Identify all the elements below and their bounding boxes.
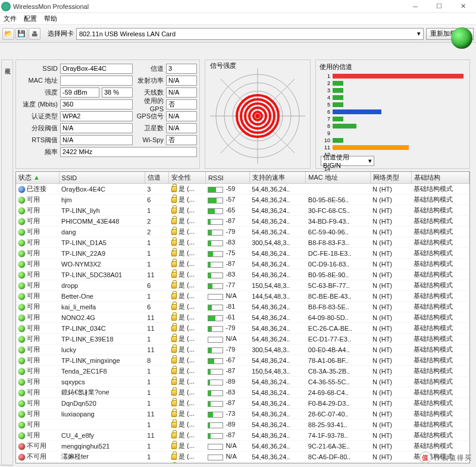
open-button[interactable]: 📂: [2, 28, 14, 40]
close-button[interactable]: ✕: [451, 0, 475, 13]
radar-icon: [210, 68, 305, 164]
table-row[interactable]: 可用 TP-LINK_liyh 1 是 (... -65 54,48,36,24…: [16, 205, 469, 216]
tab-summary[interactable]: 概要: [2, 60, 12, 465]
col-ssid[interactable]: SSID: [59, 172, 145, 184]
table-row[interactable]: 可用 Better-One 1 是 (... N/A 144,54,48,3..…: [16, 291, 469, 302]
bar-fill: [333, 95, 343, 100]
label-channel: 信道: [135, 64, 164, 73]
table-row[interactable]: 可用 CU_4_e8fy 11 是 (... -87 54,48,36,24..…: [16, 430, 469, 441]
val-auth: WPA2: [60, 111, 133, 121]
lock-icon: [171, 325, 177, 331]
label-gpssig: GPS信号: [135, 112, 164, 121]
status-icon: [18, 250, 25, 257]
signal-icon: [208, 230, 223, 236]
lock-icon: [171, 293, 177, 299]
table-row[interactable]: 不可用 灇嫲柽ter 1 是 (... N/A 54,48,36,24.. 8C…: [16, 452, 469, 462]
minimize-button[interactable]: ─: [403, 0, 427, 13]
status-icon: [18, 261, 25, 268]
label-mac: MAC 地址: [18, 76, 58, 85]
status-icon: [18, 240, 25, 246]
val-strength: -59 dBm: [60, 87, 99, 98]
table-row[interactable]: 可用 TP-LINK_mingxinge 8 是 (... -67 54,48,…: [16, 355, 469, 366]
table-row[interactable]: 可用 hjm 6 是 (... -57 54,48,36,24.. B0-95-…: [16, 195, 469, 205]
print-button[interactable]: 🖶: [29, 28, 40, 40]
status-icon: [18, 336, 25, 343]
channel-bar: 7: [320, 115, 466, 123]
table-row[interactable]: 可用 TP-LINK_D1A5 1 是 (... -83 300,54,48,3…: [16, 237, 469, 248]
label-frag: 分段阈值: [18, 124, 58, 133]
tab-stats[interactable]: 统计: [0, 60, 2, 465]
lock-icon: [171, 454, 177, 460]
table-row[interactable]: 可用 liuxiaopang 11 是 (... -73 54,48,36,24…: [16, 409, 469, 419]
status-icon: [18, 454, 25, 460]
lock-icon: [171, 197, 177, 203]
table-row[interactable]: 可用 dropp 6 是 (... -77 150,54,48,3.. 5C-6…: [16, 280, 469, 291]
col-rates[interactable]: 支持的速率: [249, 172, 306, 184]
channel-mode-select[interactable]: 信道使用 B/G/N ▾: [321, 156, 374, 166]
table-row[interactable]: 可用 lucky 11 是 (... -79 300,54,48,3.. 00-…: [16, 344, 469, 355]
table-row[interactable]: 可用 DqnDqn520 1 是 (... -87 54,48,36,24.. …: [16, 398, 469, 409]
network-table[interactable]: 状态 ▲ SSID 信道 安全性 RSSI 支持的速率 MAC 地址 网络类型 …: [15, 171, 470, 463]
val-ssid: OrayBox-4E4C: [60, 64, 133, 74]
chevron-down-icon: ▾: [417, 30, 421, 37]
col-channel[interactable]: 信道: [145, 172, 169, 184]
col-security[interactable]: 安全性: [169, 172, 205, 184]
signal-icon: [208, 380, 223, 385]
nic-select[interactable]: 802.11n USB Wireless LAN Card ▾: [76, 28, 424, 40]
channel-number: 2: [320, 80, 330, 86]
table-row[interactable]: 可用 dang 2 是 (... -79 54,48,36,24.. 6C-59…: [16, 227, 469, 237]
titlebar: WirelessMon Professional ─ ☐ ✕: [0, 0, 476, 13]
table-row[interactable]: 可用 kai_li_meifa 6 是 (... -81 54,48,36,24…: [16, 302, 469, 312]
col-status[interactable]: 状态 ▲: [16, 172, 59, 184]
window-title: WirelessMon Professional: [13, 3, 403, 10]
val-speed: 360: [60, 99, 133, 109]
status-icon: [18, 315, 25, 321]
table-row[interactable]: 可用 NONO2.4G 11 是 (... -61 54,48,36,24.. …: [16, 312, 469, 323]
signal-icon: [208, 272, 223, 278]
menu-config[interactable]: 配置: [24, 14, 37, 23]
val-frag: N/A: [60, 123, 133, 133]
col-nettype[interactable]: 网络类型: [370, 172, 411, 184]
table-row[interactable]: 可用 WO-NYM3X2 1 是 (... -87 54,48,36,24.. …: [16, 259, 469, 269]
table-row[interactable]: 可用 鏡鋳€氬∦業?one 1 是 (... -83 54,48,36,24..…: [16, 387, 469, 398]
lock-icon: [171, 208, 177, 214]
table-row[interactable]: 可用 Tenda_2EC1F8 1 是 (... -87 150,54,48,3…: [16, 366, 469, 377]
channel-chart: 使用的信道 1234567891011121314 OTH. 信道使用 B/G/…: [315, 59, 470, 169]
label-ssid: SSID: [18, 65, 58, 72]
table-row[interactable]: 可用 PHICOMM_43E448 2 是 (... -87 54,48,36,…: [16, 216, 469, 227]
table-row[interactable]: 不可用 mengqinghui521 1 是 (... N/A 54,48,36…: [16, 441, 469, 452]
globe-icon[interactable]: [451, 27, 472, 49]
table-row[interactable]: 可用 sqxypcs 1 是 (... -89 54,48,36,24.. C4…: [16, 377, 469, 387]
menu-file[interactable]: 文件: [4, 14, 17, 23]
table-row[interactable]: 可用 TP-LINK_22A9 1 是 (... -75 54,48,36,24…: [16, 248, 469, 259]
val-gpssig: N/A: [166, 111, 197, 121]
lock-icon: [171, 218, 177, 224]
table-row[interactable]: 可用 1 是 (... -89 54,48,36,24.. 88-25-93-4…: [16, 419, 469, 430]
table-row[interactable]: 已连接 OrayBox-4E4C 3 是 (... -59 54,48,36,2…: [16, 184, 469, 195]
menu-help[interactable]: 帮助: [44, 14, 57, 23]
channel-bar: 5: [320, 101, 466, 108]
lock-icon: [171, 229, 177, 235]
status-icon: [18, 186, 25, 193]
signal-icon: [208, 187, 223, 193]
val-rts: N/A: [60, 135, 133, 145]
val-ant: N/A: [166, 87, 197, 98]
side-tabs: 概要 统计 图表 连接 IP 地图: [1, 59, 13, 466]
col-mac[interactable]: MAC 地址: [306, 172, 370, 184]
table-row[interactable]: 可用 TP-LINK_E39E18 1 是 (... N/A 54,48,36,…: [16, 334, 469, 344]
label-rts: RTS阈值: [18, 136, 58, 145]
col-infra[interactable]: 基础结构: [411, 172, 469, 184]
table-row[interactable]: 可用 TP-LINK_5DC38A01 11 是 (... -83 54,48,…: [16, 269, 469, 280]
status-icon: [18, 218, 25, 225]
save-button[interactable]: 💾: [15, 28, 27, 40]
watermark: 值 什么值得买: [419, 452, 472, 463]
col-rssi[interactable]: RSSI: [205, 172, 249, 184]
status-icon: [18, 379, 25, 385]
signal-icon: [208, 305, 223, 311]
bar-fill: [333, 74, 464, 79]
maximize-button[interactable]: ☐: [427, 0, 451, 13]
table-row[interactable]: 不可用 aigale-R9950 1 是 (... N/A 54,48,36,2…: [16, 462, 469, 464]
table-row[interactable]: 可用 TP-LINK_034C 11 是 (... -79 54,48,36,2…: [16, 323, 469, 334]
menubar: 文件 配置 帮助: [0, 13, 476, 25]
signal-icon: [208, 198, 223, 203]
